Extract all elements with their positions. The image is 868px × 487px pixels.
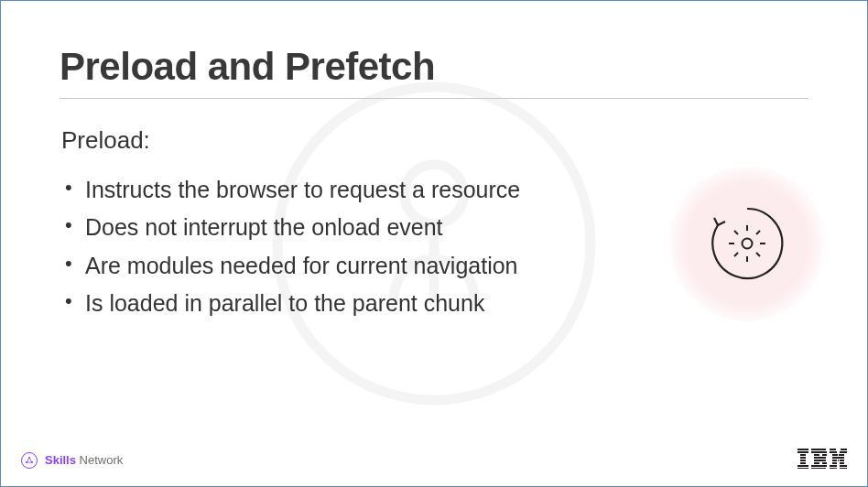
svg-line-7: [734, 231, 738, 234]
skills-network-brand: Skills Network: [21, 452, 123, 469]
svg-rect-14: [797, 449, 808, 450]
svg-rect-18: [800, 460, 806, 461]
svg-point-2: [743, 239, 753, 249]
svg-rect-46: [830, 468, 837, 469]
svg-rect-23: [811, 451, 827, 453]
svg-rect-31: [811, 468, 826, 469]
lead-text: Preload:: [61, 126, 808, 155]
svg-rect-43: [840, 462, 844, 464]
svg-rect-26: [814, 457, 826, 459]
svg-rect-24: [814, 454, 819, 456]
svg-rect-30: [811, 465, 827, 467]
svg-rect-32: [830, 449, 836, 450]
svg-rect-35: [840, 451, 847, 453]
svg-rect-45: [840, 465, 847, 467]
illustration-circle: [669, 166, 825, 321]
svg-rect-33: [841, 449, 847, 450]
svg-rect-25: [822, 454, 827, 456]
svg-rect-42: [832, 462, 837, 464]
ibm-logo: [797, 449, 847, 471]
svg-rect-27: [814, 460, 826, 461]
svg-rect-41: [840, 460, 844, 461]
svg-rect-20: [797, 465, 808, 467]
svg-line-10: [756, 231, 760, 234]
svg-rect-21: [797, 468, 808, 469]
svg-rect-22: [811, 449, 826, 450]
svg-rect-38: [832, 457, 844, 459]
refresh-cycle-icon: [701, 198, 793, 289]
skills-network-label: Skills Network: [45, 453, 123, 467]
svg-rect-16: [800, 454, 806, 456]
svg-rect-36: [832, 454, 838, 456]
svg-rect-37: [839, 454, 844, 456]
skills-network-icon: [21, 452, 38, 469]
svg-rect-47: [840, 468, 847, 469]
svg-rect-28: [814, 462, 819, 464]
svg-line-9: [734, 253, 738, 256]
svg-rect-29: [822, 462, 827, 464]
svg-rect-40: [838, 460, 839, 461]
svg-rect-19: [800, 462, 806, 464]
svg-rect-44: [830, 465, 837, 467]
svg-rect-34: [830, 451, 837, 453]
slide-title: Preload and Prefetch: [60, 45, 808, 99]
svg-rect-15: [797, 451, 808, 453]
svg-rect-39: [832, 460, 837, 461]
svg-rect-17: [800, 457, 806, 459]
footer: Skills Network: [1, 449, 867, 471]
svg-line-8: [756, 253, 760, 256]
